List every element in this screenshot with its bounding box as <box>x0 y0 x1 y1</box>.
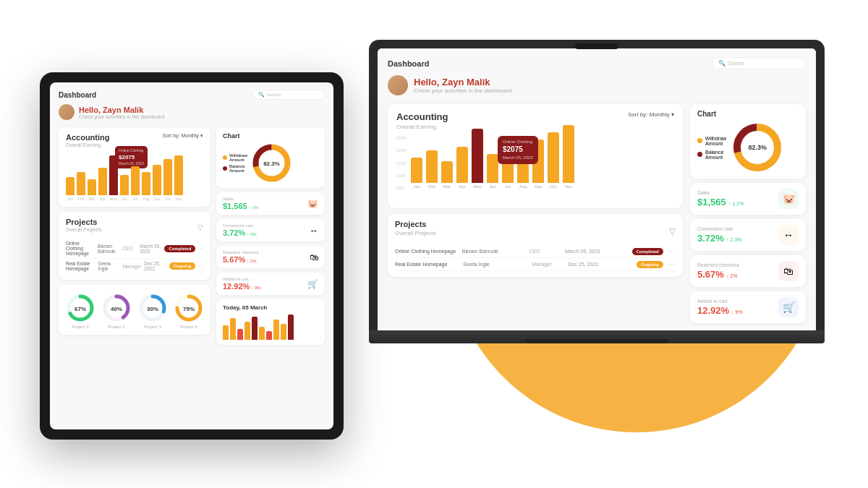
project-circle-3: 30% Project 3 <box>138 294 167 329</box>
tablet-stat-value-conversion: 3.72% <box>223 228 245 237</box>
tablet-stat-checkout: Reached checkout 5.67% ↓ 2% 🛍 <box>216 246 325 268</box>
stat-change-sales: ↑ 1.1% <box>728 201 744 206</box>
filter-icon[interactable]: ▽ <box>669 226 676 236</box>
tablet-stat-label-sales: Sales <box>223 197 258 201</box>
stat-label-checkout: Reached checkout <box>697 262 739 267</box>
tablet-badge-ongoing: Ongoing <box>169 262 196 270</box>
today-bar-4 <box>244 322 250 340</box>
laptop-left-panel: Accounting Overall Earning Sort by: Mont… <box>388 104 683 318</box>
sort-dropdown[interactable]: Sort by: Monthly ▾ <box>628 111 674 118</box>
circle-svg-2: 40% <box>102 294 131 322</box>
tablet-chart-card: Chart WithdrawAmount BalanceA <box>216 127 325 188</box>
chart-title: Chart <box>697 110 799 118</box>
tablet-user-info: Hello, Zayn Malik Check your activities … <box>79 106 164 119</box>
tablet-avatar <box>59 104 75 120</box>
tablet-screen: Dashboard 🔍 Search Hello, Zayn Malik Che… <box>50 82 333 429</box>
tablet-stat-label-cart: Added to cart <box>223 277 261 281</box>
laptop-dashboard-title: Dashboard <box>388 59 429 68</box>
tablet-stat-info-sales: Sales $1,565 ↑ 1% <box>223 197 258 210</box>
tablet-title: Dashboard <box>59 91 96 99</box>
tablet-chart-inner: WithdrawAmount BalanceAmount <box>223 143 318 183</box>
today-bar-9 <box>281 324 286 340</box>
tablet-left-panel: Accounting Overall Earning Sort by: Mont… <box>59 127 210 345</box>
tablet-main: Accounting Overall Earning Sort by: Mont… <box>59 127 325 345</box>
tablet-accounting: Accounting Overall Earning Sort by: Mont… <box>59 127 210 207</box>
tablet-dot-balance <box>223 166 227 171</box>
tablet-today-title: Today, 05 March <box>223 304 318 311</box>
tablet-donut-value: 82.3% <box>263 160 280 166</box>
stat-label-cart: Added to cart <box>697 299 743 304</box>
today-bar-2 <box>230 318 236 340</box>
tablet-stat-change-cart: ↓ 9% <box>251 286 260 290</box>
chart-legend: WithdrawAmount BalanceAmount <box>697 136 726 160</box>
tablet-stat-value-cart: 12.92% <box>223 282 250 291</box>
search-placeholder: Search <box>728 61 744 66</box>
row-dots-menu[interactable]: ··· <box>668 247 676 255</box>
laptop-search-bar[interactable]: 🔍 Search <box>712 57 806 69</box>
t-bar-sep <box>153 165 161 195</box>
laptop-greeting: Hello, Zayn Malik <box>414 77 511 87</box>
chart-inner: WithdrawAmount BalanceAmount <box>697 122 799 173</box>
project-circle-1: 67% Project 1 <box>66 294 95 329</box>
tablet-search-placeholder: Search <box>267 93 281 97</box>
stat-value-cart: 12.92% <box>697 305 729 316</box>
tablet-sort[interactable]: Sort by: Monthly ▾ <box>162 133 203 139</box>
tablet-row-dots2[interactable]: ··· <box>198 263 203 270</box>
stat-icon-cart: 🛒 <box>778 297 799 317</box>
stat-info-sales: Sales $1,565 ↑ 1.1% <box>697 190 744 207</box>
status-badge-ongoing: Ongoing <box>637 261 663 268</box>
circle-label-3: Project 3 <box>144 325 161 329</box>
tablet-stat-info-conversion: Conversion rate 3.72% ↑ 4% <box>223 223 257 237</box>
tablet-stat-conversion: Conversion rate 3.72% ↑ 4% ↔ <box>216 219 325 241</box>
tablet-search[interactable]: 🔍 Search <box>252 90 325 100</box>
tablet-row-dots[interactable]: ··· <box>198 245 203 252</box>
stat-value-sales: $1,565 <box>697 197 726 207</box>
today-bar-3 <box>237 329 243 340</box>
row-dots-menu[interactable]: ··· <box>668 260 676 268</box>
projects-subtitle: Overall Projects <box>395 230 435 236</box>
circle-svg-4: 75% <box>174 294 203 322</box>
laptop-main-content: Accounting Overall Earning Sort by: Mont… <box>388 104 806 318</box>
laptop-device: Dashboard 🔍 Search Hello, Zayn Malik Che… <box>369 40 825 343</box>
legend-dot-balance <box>697 152 702 157</box>
t-bar-nov <box>174 155 183 195</box>
tablet-stat-value-checkout: 5.67% <box>223 255 245 264</box>
projects-table: Online Clothing Homepage Bikram Bahrode … <box>395 245 676 271</box>
tablet-accounting-sub: Overall Earning <box>66 142 110 147</box>
tablet-legend-balance: BalanceAmount <box>223 164 247 173</box>
tablet-project-circles: 67% Project 1 40% <box>59 285 210 335</box>
today-bar-5 <box>252 317 258 340</box>
stat-value-checkout: 5.67% <box>697 269 724 280</box>
svg-text:30%: 30% <box>147 306 158 312</box>
t-bar-feb <box>77 172 85 195</box>
project-circle-2: 40% Project 2 <box>102 294 131 329</box>
tablet-proj-title: Projects <box>66 218 101 226</box>
stat-label-conversion: Conversion rate <box>697 226 741 231</box>
t-bar-apr <box>98 168 107 195</box>
stat-info-checkout: Reached checkout 5.67% ↓ 2% <box>697 262 739 280</box>
tablet-user-row: Hello, Zayn Malik Check your activities … <box>59 104 325 120</box>
tablet-bar-area: Online Clothing $2075 March 05, 2023 <box>66 152 203 201</box>
tablet-stat-icon-checkout: 🛍 <box>310 252 318 262</box>
tablet-today-card: Today, 05 March <box>216 299 325 345</box>
today-bar-10 <box>288 314 294 340</box>
legend-item-withdraw: WithdrawAmount <box>697 136 726 146</box>
legend-label-balance: BalanceAmount <box>705 150 723 160</box>
tablet-dot-withdraw <box>223 155 227 160</box>
bar-nov: Nov <box>563 125 574 189</box>
accounting-title: Accounting <box>396 111 448 122</box>
tablet-filter-icon[interactable]: ▽ <box>197 223 203 231</box>
table-row: Online Clothing Homepage Bikram Bahrode … <box>395 245 676 258</box>
tablet-header: Dashboard 🔍 Search <box>59 90 325 100</box>
tablet-table-row: Online Clothing Homepage Bikram Bahrode … <box>66 239 203 259</box>
legend-label-withdraw: WithdrawAmount <box>705 136 726 146</box>
tablet-stat-icon-sales: 🐷 <box>307 199 318 209</box>
tablet-stat-change-checkout: ↓ 2% <box>247 259 256 263</box>
tablet-stat-change-sales: ↑ 1% <box>249 205 258 210</box>
tablet-greeting: Hello, Zayn Malik <box>79 106 164 114</box>
donut-chart: 82.3% <box>732 122 783 173</box>
tablet-badge-completed: Completed <box>164 245 195 252</box>
laptop-screen-border: Dashboard 🔍 Search Hello, Zayn Malik Che… <box>369 40 825 330</box>
tablet-search-icon: 🔍 <box>258 92 265 98</box>
t-bar-jun <box>120 175 129 195</box>
